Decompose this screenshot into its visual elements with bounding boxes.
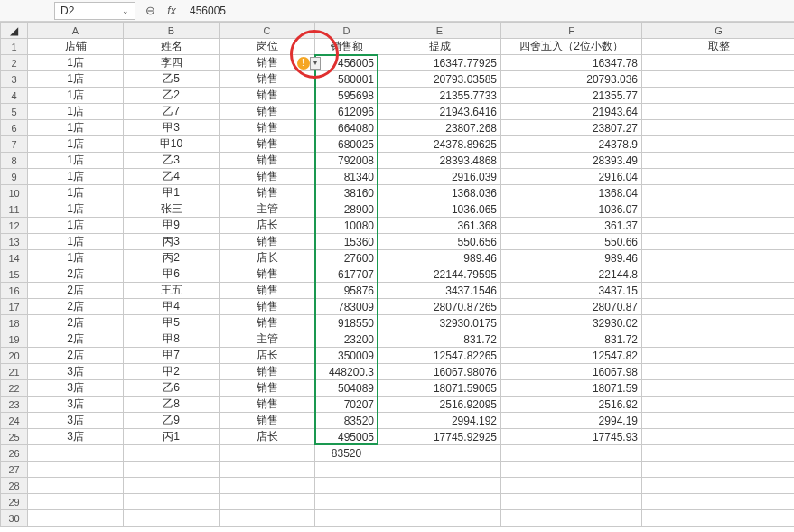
cell-C11[interactable]: 主管: [220, 201, 315, 218]
cell-G27[interactable]: [642, 462, 795, 478]
row-header-22[interactable]: 22: [1, 380, 28, 397]
cell-C26[interactable]: [220, 445, 315, 462]
cell-D28[interactable]: [315, 478, 378, 494]
cell-G24[interactable]: [642, 413, 795, 429]
cell-A7[interactable]: 1店: [28, 136, 124, 153]
row-header-20[interactable]: 20: [1, 348, 28, 364]
cell-D8[interactable]: 792008: [315, 153, 378, 169]
cell-F17[interactable]: 28070.87: [501, 299, 642, 315]
row-header-19[interactable]: 19: [1, 331, 28, 348]
row-header-25[interactable]: 25: [1, 429, 28, 445]
cell-G8[interactable]: [642, 153, 795, 169]
cell-F13[interactable]: 550.66: [501, 234, 642, 250]
cell-E2[interactable]: 16347.77925: [378, 55, 501, 71]
cell-B12[interactable]: 甲9: [124, 218, 220, 234]
name-box[interactable]: D2 ⌄: [54, 2, 135, 20]
row-header-10[interactable]: 10: [1, 185, 28, 201]
cell-C2[interactable]: 销售: [220, 55, 315, 71]
cell-A13[interactable]: 1店: [28, 234, 124, 250]
cell-F4[interactable]: 21355.77: [501, 88, 642, 104]
cell-E5[interactable]: 21943.6416: [378, 104, 501, 120]
cell-A1[interactable]: 店铺: [28, 39, 124, 55]
cell-G4[interactable]: [642, 88, 795, 104]
cell-G6[interactable]: [642, 120, 795, 136]
cell-C8[interactable]: 销售: [220, 153, 315, 169]
col-header-E[interactable]: E: [378, 23, 501, 39]
cell-A10[interactable]: 1店: [28, 185, 124, 201]
cell-D1[interactable]: 销售额: [315, 39, 378, 55]
row-header-16[interactable]: 16: [1, 283, 28, 299]
col-header-F[interactable]: F: [501, 23, 642, 39]
row-header-1[interactable]: 1: [1, 39, 28, 55]
cell-E22[interactable]: 18071.59065: [378, 380, 501, 397]
cell-F12[interactable]: 361.37: [501, 218, 642, 234]
cell-G18[interactable]: [642, 315, 795, 331]
cell-D13[interactable]: 15360: [315, 234, 378, 250]
cell-dropdown-icon[interactable]: ▾: [310, 57, 321, 70]
cell-A2[interactable]: 1店: [28, 55, 124, 71]
cell-C6[interactable]: 销售: [220, 120, 315, 136]
cell-F14[interactable]: 989.46: [501, 250, 642, 266]
cell-A16[interactable]: 2店: [28, 283, 124, 299]
cell-F15[interactable]: 22144.8: [501, 266, 642, 283]
cell-G16[interactable]: [642, 283, 795, 299]
cell-A14[interactable]: 1店: [28, 250, 124, 266]
cell-B5[interactable]: 乙7: [124, 104, 220, 120]
cell-B15[interactable]: 甲6: [124, 266, 220, 283]
cell-C29[interactable]: [220, 494, 315, 510]
cell-D23[interactable]: 70207: [315, 397, 378, 413]
cell-A19[interactable]: 2店: [28, 331, 124, 348]
cell-C22[interactable]: 销售: [220, 380, 315, 397]
cell-G5[interactable]: [642, 104, 795, 120]
cell-B10[interactable]: 甲1: [124, 185, 220, 201]
cell-C21[interactable]: 销售: [220, 364, 315, 380]
cell-E15[interactable]: 22144.79595: [378, 266, 501, 283]
cell-G9[interactable]: [642, 169, 795, 185]
cell-G25[interactable]: [642, 429, 795, 445]
row-header-27[interactable]: 27: [1, 462, 28, 478]
cell-A25[interactable]: 3店: [28, 429, 124, 445]
cell-C30[interactable]: [220, 510, 315, 527]
cell-B4[interactable]: 乙2: [124, 88, 220, 104]
cell-D7[interactable]: 680025: [315, 136, 378, 153]
col-header-D[interactable]: D: [315, 23, 378, 39]
cell-D20[interactable]: 350009: [315, 348, 378, 364]
cell-D11[interactable]: 28900: [315, 201, 378, 218]
cell-D6[interactable]: 664080: [315, 120, 378, 136]
cell-F2[interactable]: 16347.78: [501, 55, 642, 71]
cell-A27[interactable]: [28, 462, 124, 478]
cell-D21[interactable]: 448200.3: [315, 364, 378, 380]
cell-D16[interactable]: 95876: [315, 283, 378, 299]
cell-C23[interactable]: 销售: [220, 397, 315, 413]
cell-B13[interactable]: 丙3: [124, 234, 220, 250]
cell-G17[interactable]: [642, 299, 795, 315]
row-header-5[interactable]: 5: [1, 104, 28, 120]
select-all-corner[interactable]: ◢: [1, 23, 28, 39]
cell-C20[interactable]: 店长: [220, 348, 315, 364]
cell-F8[interactable]: 28393.49: [501, 153, 642, 169]
cell-G28[interactable]: [642, 478, 795, 494]
cell-A4[interactable]: 1店: [28, 88, 124, 104]
cell-C13[interactable]: 销售: [220, 234, 315, 250]
cell-A5[interactable]: 1店: [28, 104, 124, 120]
cell-C3[interactable]: 销售: [220, 71, 315, 88]
cell-E13[interactable]: 550.656: [378, 234, 501, 250]
cell-E16[interactable]: 3437.1546: [378, 283, 501, 299]
cell-B16[interactable]: 王五: [124, 283, 220, 299]
cell-F7[interactable]: 24378.9: [501, 136, 642, 153]
cell-F19[interactable]: 831.72: [501, 331, 642, 348]
cell-A28[interactable]: [28, 478, 124, 494]
cell-A23[interactable]: 3店: [28, 397, 124, 413]
cell-B28[interactable]: [124, 478, 220, 494]
cell-A21[interactable]: 3店: [28, 364, 124, 380]
cell-D5[interactable]: 612096: [315, 104, 378, 120]
cell-A18[interactable]: 2店: [28, 315, 124, 331]
cell-E6[interactable]: 23807.268: [378, 120, 501, 136]
row-header-17[interactable]: 17: [1, 299, 28, 315]
col-header-C[interactable]: C: [220, 23, 315, 39]
cell-F23[interactable]: 2516.92: [501, 397, 642, 413]
cell-G11[interactable]: [642, 201, 795, 218]
cell-G20[interactable]: [642, 348, 795, 364]
row-header-26[interactable]: 26: [1, 445, 28, 462]
row-header-7[interactable]: 7: [1, 136, 28, 153]
